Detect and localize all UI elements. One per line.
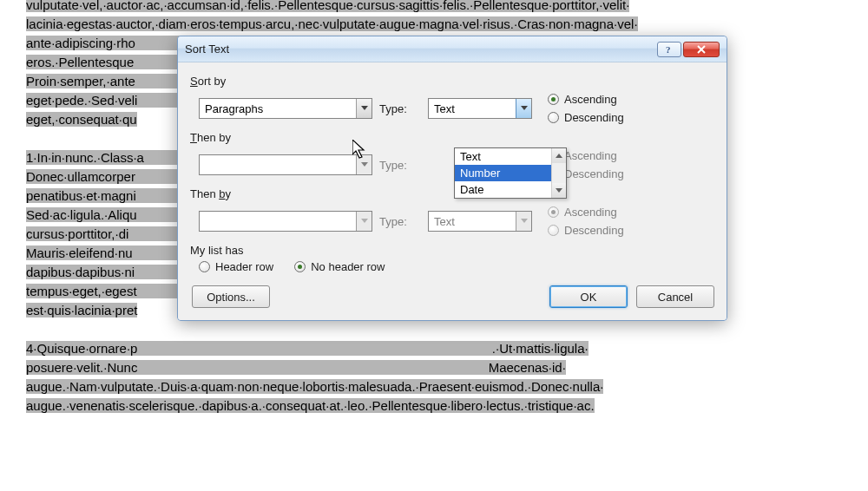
sort-by-combo[interactable]: Paragraphs <box>199 98 372 119</box>
descending-1-radio[interactable]: Descending <box>548 111 624 124</box>
type-3-combo: Text <box>428 211 532 232</box>
dialog-titlebar[interactable]: Sort Text ? <box>178 36 727 62</box>
chevron-down-icon <box>356 212 372 231</box>
svg-marker-3 <box>361 106 368 110</box>
sort-by-label: Sort by <box>190 75 714 88</box>
svg-marker-8 <box>556 154 562 158</box>
radio-icon <box>548 225 559 236</box>
radio-icon <box>548 112 559 123</box>
chevron-down-icon <box>516 212 531 231</box>
radio-icon <box>548 206 559 218</box>
radio-icon <box>294 261 306 272</box>
type-3-value: Text <box>429 215 516 228</box>
sort-text-dialog: Sort Text ? Sort by Paragraphs Type: Tex… <box>177 36 727 321</box>
scroll-up-icon[interactable] <box>552 148 566 163</box>
dialog-title: Sort Text <box>185 43 655 56</box>
svg-marker-6 <box>361 219 368 223</box>
close-button[interactable] <box>683 42 720 57</box>
ascending-3-radio: Ascending <box>548 206 624 219</box>
scroll-down-icon[interactable] <box>552 183 566 198</box>
ascending-1-radio[interactable]: Ascending <box>548 93 624 106</box>
type-1-value: Text <box>429 102 516 115</box>
chevron-down-icon[interactable] <box>356 99 372 118</box>
list-has-label: My list has <box>190 244 714 257</box>
dropdown-item[interactable]: Date <box>455 181 566 198</box>
svg-text:?: ? <box>666 44 671 55</box>
then-by-2-combo <box>199 211 372 232</box>
descending-3-radio: Descending <box>548 224 624 237</box>
then-by-1-label: Then by <box>190 131 714 144</box>
sort-by-value: Paragraphs <box>200 102 356 115</box>
type-dropdown-list[interactable]: TextNumberDate <box>454 147 567 199</box>
no-header-row-radio[interactable]: No header row <box>294 260 385 273</box>
header-row-radio[interactable]: Header row <box>199 260 273 273</box>
then-by-2-label: Then by <box>190 187 714 200</box>
svg-marker-4 <box>521 106 528 110</box>
svg-marker-5 <box>361 162 368 167</box>
type-label-1: Type: <box>379 102 421 115</box>
options-button[interactable]: Options... <box>192 285 270 308</box>
radio-icon <box>548 94 559 105</box>
type-1-combo[interactable]: Text <box>428 98 532 119</box>
help-button[interactable]: ? <box>657 42 681 57</box>
dropdown-item[interactable]: Number <box>455 165 566 181</box>
type-label-3: Type: <box>379 215 421 228</box>
chevron-down-icon[interactable] <box>356 155 372 174</box>
svg-marker-9 <box>556 188 562 193</box>
svg-marker-7 <box>521 219 528 223</box>
ok-button[interactable]: OK <box>549 285 628 308</box>
then-by-1-combo[interactable] <box>199 154 372 175</box>
cancel-button[interactable]: Cancel <box>636 285 714 308</box>
chevron-down-icon[interactable] <box>516 99 531 118</box>
scrollbar[interactable] <box>551 148 566 198</box>
dropdown-item[interactable]: Text <box>455 148 566 165</box>
type-label-2: Type: <box>379 159 421 172</box>
dialog-body: Sort by Paragraphs Type: Text Ascending … <box>178 62 727 320</box>
radio-icon <box>199 261 210 272</box>
